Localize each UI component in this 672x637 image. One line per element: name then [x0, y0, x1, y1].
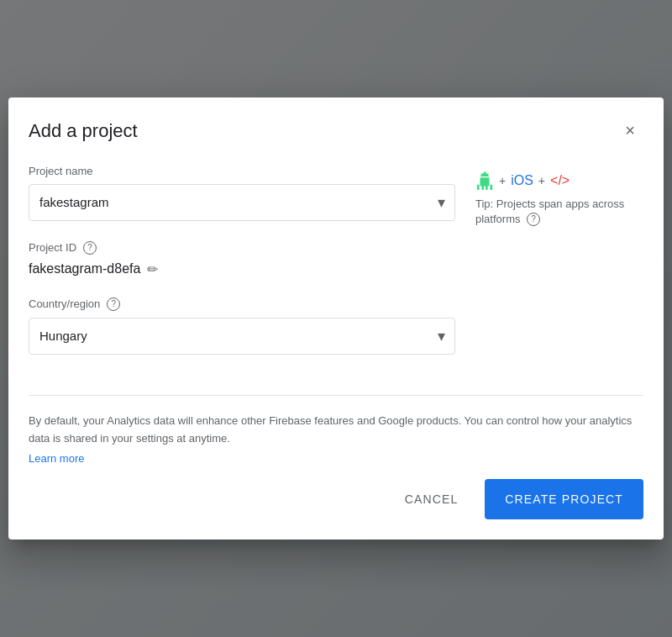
dialog-header: Add a project × [8, 97, 664, 158]
plus-icon-1: + [499, 174, 506, 187]
add-project-dialog: Add a project × Project name fakestagram… [8, 97, 664, 540]
dialog-body: Project name fakestagram ▾ Project ID ? [8, 158, 664, 395]
plus-icon-2: + [538, 174, 545, 187]
country-region-label: Country/region ? [29, 297, 455, 311]
dialog-actions: CANCEL CREATE PROJECT [8, 466, 664, 540]
project-name-label: Project name [29, 165, 455, 177]
create-project-button[interactable]: CREATE PROJECT [485, 479, 643, 519]
platform-icons: + iOS + </> [475, 171, 643, 190]
tip-help-icon[interactable]: ? [527, 213, 540, 226]
project-id-label: Project ID ? [29, 241, 455, 255]
project-name-section: Project name fakestagram ▾ [29, 165, 455, 221]
project-id-section: Project ID ? fakestagram-d8efa ✏ [29, 241, 455, 277]
left-panel: Project name fakestagram ▾ Project ID ? [29, 165, 455, 375]
country-help-icon[interactable]: ? [107, 297, 120, 311]
edit-project-id-icon[interactable]: ✏ [147, 261, 158, 277]
close-button[interactable]: × [617, 118, 643, 145]
country-region-select[interactable]: Hungary United States United Kingdom Ger… [29, 318, 455, 355]
android-icon [475, 171, 494, 190]
country-region-wrapper: Hungary United States United Kingdom Ger… [29, 318, 455, 355]
analytics-notice: By default, your Analytics data will enh… [29, 395, 643, 448]
code-label: </> [550, 173, 570, 188]
project-name-select[interactable]: fakestagram [29, 184, 455, 221]
project-name-wrapper: fakestagram ▾ [29, 184, 455, 221]
dialog-title: Add a project [29, 120, 138, 142]
right-panel: + iOS + </> Tip: Projects span apps acro… [475, 165, 643, 375]
cancel-button[interactable]: CANCEL [385, 484, 479, 514]
project-id-help-icon[interactable]: ? [83, 241, 97, 255]
analytics-section: By default, your Analytics data will enh… [8, 395, 664, 466]
learn-more-link[interactable]: Learn more [29, 452, 84, 465]
country-region-section: Country/region ? Hungary United States U… [29, 297, 455, 355]
ios-label: iOS [511, 173, 533, 188]
tip-text: Tip: Projects span apps across platforms… [475, 197, 643, 227]
project-id-value: fakestagram-d8efa ✏ [29, 261, 455, 277]
